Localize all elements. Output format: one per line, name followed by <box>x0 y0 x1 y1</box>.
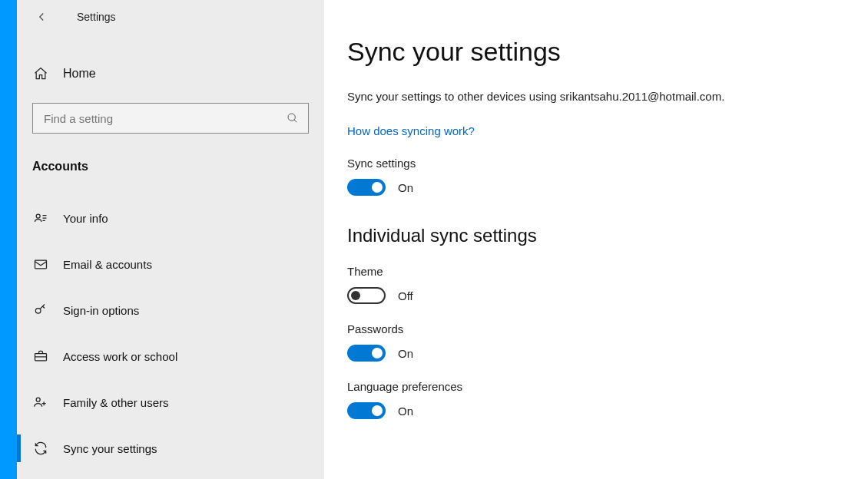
back-button[interactable] <box>32 8 51 26</box>
theme-label: Theme <box>347 265 845 278</box>
svg-point-3 <box>35 309 41 314</box>
briefcase-icon <box>32 348 49 365</box>
svg-point-1 <box>36 214 40 218</box>
sidebar-item-signin-options[interactable]: Sign-in options <box>17 287 324 333</box>
sidebar-item-your-info[interactable]: Your info <box>17 195 324 241</box>
header-title: Settings <box>77 11 116 23</box>
sidebar-item-label: Access work or school <box>63 350 177 363</box>
svg-rect-2 <box>35 260 47 269</box>
key-icon <box>32 302 49 319</box>
sidebar-item-access-work-school[interactable]: Access work or school <box>17 333 324 379</box>
home-label: Home <box>63 67 96 81</box>
sync-settings-toggle[interactable] <box>347 179 386 196</box>
svg-point-5 <box>36 398 40 401</box>
sidebar-section-title: Accounts <box>17 160 324 173</box>
sidebar-item-email-accounts[interactable]: Email & accounts <box>17 241 324 287</box>
search-input[interactable] <box>33 112 308 125</box>
sync-settings-toggle-row: On <box>347 179 845 196</box>
search-container <box>17 103 324 134</box>
individual-sync-heading: Individual sync settings <box>347 225 845 246</box>
person-card-icon <box>32 210 49 226</box>
sync-description: Sync your settings to other devices usin… <box>347 90 845 103</box>
sidebar: Settings Home Accounts Your info Email &… <box>17 0 324 479</box>
language-toggle-row: On <box>347 402 845 419</box>
passwords-toggle[interactable] <box>347 345 386 362</box>
sync-settings-label: Sync settings <box>347 157 845 170</box>
people-icon <box>32 394 49 411</box>
language-label: Language preferences <box>347 380 845 393</box>
mail-icon <box>32 256 49 273</box>
sidebar-item-label: Family & other users <box>63 396 169 409</box>
theme-state: Off <box>398 289 413 302</box>
svg-point-0 <box>288 114 295 121</box>
sidebar-item-label: Email & accounts <box>63 258 152 271</box>
language-toggle[interactable] <box>347 402 386 419</box>
how-syncing-works-link[interactable]: How does syncing work? <box>347 124 475 137</box>
language-state: On <box>398 405 413 418</box>
search-box[interactable] <box>32 103 309 134</box>
sync-settings-state: On <box>398 181 413 194</box>
theme-toggle-row: Off <box>347 287 845 304</box>
home-nav[interactable]: Home <box>17 51 324 97</box>
passwords-state: On <box>398 347 413 360</box>
sidebar-item-label: Sync your settings <box>63 442 157 455</box>
arrow-left-icon <box>35 10 48 24</box>
sync-icon <box>32 440 49 457</box>
home-icon <box>32 65 49 82</box>
nav-list: Your info Email & accounts Sign-in optio… <box>17 195 324 471</box>
window-edge-accent <box>0 0 17 479</box>
sidebar-item-family-users[interactable]: Family & other users <box>17 379 324 425</box>
page-title: Sync your settings <box>347 37 845 67</box>
sidebar-item-label: Your info <box>63 212 108 225</box>
passwords-toggle-row: On <box>347 345 845 362</box>
passwords-label: Passwords <box>347 322 845 335</box>
sidebar-header: Settings <box>17 0 324 34</box>
theme-toggle[interactable] <box>347 287 386 304</box>
sidebar-item-sync-settings[interactable]: Sync your settings <box>17 425 324 471</box>
sidebar-item-label: Sign-in options <box>63 304 139 317</box>
search-icon <box>287 112 299 124</box>
main-content: Sync your settings Sync your settings to… <box>324 0 868 479</box>
